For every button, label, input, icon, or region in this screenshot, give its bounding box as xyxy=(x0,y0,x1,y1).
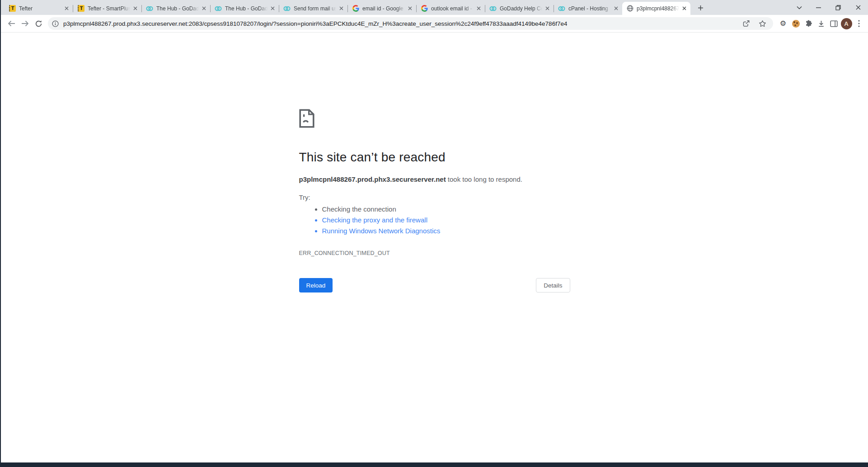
tab-label: outlook email id - O xyxy=(431,5,475,12)
godaddy-icon xyxy=(558,5,565,12)
tab-close-icon[interactable] xyxy=(406,5,413,12)
tab-email-id-google[interactable]: email id - Google S xyxy=(348,2,416,15)
details-button[interactable]: Details xyxy=(536,278,570,292)
tab-close-icon[interactable] xyxy=(269,5,276,12)
error-code: ERR_CONNECTION_TIMED_OUT xyxy=(299,250,570,256)
suggestion-list: Checking the connection Checking the pro… xyxy=(299,204,570,236)
error-host: p3plmcpnl488267.prod.phx3.secureserver.n… xyxy=(299,175,446,183)
tab-p3plmcpnl-active[interactable]: p3plmcpnl488267.p xyxy=(622,2,690,15)
suggestion-link-diagnostics[interactable]: Running Windows Network Diagnostics xyxy=(322,226,570,236)
extensions-puzzle-icon[interactable] xyxy=(802,17,815,30)
tab-cpanel-hosting[interactable]: cPanel - Hosting xyxy=(554,2,622,15)
restore-button[interactable] xyxy=(828,0,848,15)
chrome-menu-kebab-icon[interactable] xyxy=(853,17,865,30)
godaddy-icon xyxy=(489,5,497,12)
tab-godaddy-help[interactable]: GoDaddy Help Cen xyxy=(485,2,554,15)
close-window-button[interactable] xyxy=(848,0,868,15)
tab-search-chevron-icon[interactable] xyxy=(790,0,808,15)
sad-file-icon xyxy=(299,109,314,128)
error-message-text: took too long to respond. xyxy=(446,175,522,183)
godaddy-icon xyxy=(283,5,291,12)
profile-avatar[interactable]: A xyxy=(840,17,853,30)
godaddy-icon xyxy=(215,5,222,12)
google-icon xyxy=(421,5,428,12)
tab-close-icon[interactable] xyxy=(338,5,345,12)
error-message: p3plmcpnl488267.prod.phx3.secureserver.n… xyxy=(299,175,570,183)
tab-strip: T Tefter T Tefter - SmartPlus The Hub - … xyxy=(1,0,868,15)
tab-the-hub-2[interactable]: The Hub - GoDadd xyxy=(211,2,279,15)
tab-close-icon[interactable] xyxy=(131,5,139,12)
tab-tefter-smartplus[interactable]: T Tefter - SmartPlus xyxy=(73,2,141,15)
tab-close-icon[interactable] xyxy=(200,5,207,12)
suggestion-item: Checking the connection xyxy=(322,204,570,215)
cookie-extension-icon[interactable] xyxy=(789,17,802,30)
browser-toolbar: p3plmcpnl488267.prod.phx3.secureserver.n… xyxy=(1,15,868,33)
godaddy-icon xyxy=(146,5,153,12)
tefter-icon: T xyxy=(9,5,16,12)
reload-button[interactable]: Reload xyxy=(299,278,333,292)
globe-icon xyxy=(626,5,633,12)
forward-icon[interactable] xyxy=(18,17,32,30)
google-icon xyxy=(352,5,359,12)
side-panel-icon[interactable] xyxy=(827,17,840,30)
omnibox-actions xyxy=(740,17,769,30)
tab-send-form-mail[interactable]: Send form mail usi xyxy=(279,2,347,15)
tab-tefter[interactable]: T Tefter xyxy=(5,2,73,15)
error-buttons: Reload Details xyxy=(299,278,570,292)
window-controls xyxy=(790,0,868,15)
tab-label: Tefter xyxy=(19,5,63,12)
tab-label: The Hub - GoDadd xyxy=(225,5,269,12)
share-icon[interactable] xyxy=(740,17,752,30)
tab-close-icon[interactable] xyxy=(612,5,619,12)
avatar-initial: A xyxy=(841,18,852,29)
url-text: p3plmcpnl488267.prod.phx3.secureserver.n… xyxy=(63,20,567,27)
tab-close-icon[interactable] xyxy=(680,5,688,12)
tab-label: p3plmcpnl488267.p xyxy=(637,5,680,12)
taskbar-edge xyxy=(1,462,868,467)
tab-label: The Hub - GoDadd xyxy=(156,5,200,12)
minimize-button[interactable] xyxy=(808,0,828,15)
downloads-icon[interactable] xyxy=(815,17,827,30)
bookmark-star-icon[interactable] xyxy=(756,17,769,30)
suggestion-link-proxy[interactable]: Checking the proxy and the firewall xyxy=(322,215,570,226)
page-info-icon[interactable] xyxy=(50,18,61,29)
reload-icon[interactable] xyxy=(32,17,45,30)
tab-close-icon[interactable] xyxy=(63,5,70,12)
tab-the-hub-1[interactable]: The Hub - GoDadd xyxy=(142,2,210,15)
address-bar[interactable]: p3plmcpnl488267.prod.phx3.secureserver.n… xyxy=(48,17,773,30)
tab-close-icon[interactable] xyxy=(475,5,482,12)
extension-gear-icon[interactable]: ⚙ xyxy=(777,17,789,30)
back-icon[interactable] xyxy=(5,17,18,30)
tab-label: GoDaddy Help Cen xyxy=(500,5,544,12)
tab-label: Send form mail usi xyxy=(294,5,338,12)
browser-window: T Tefter T Tefter - SmartPlus The Hub - … xyxy=(0,0,868,467)
error-title: This site can’t be reached xyxy=(299,150,570,165)
tab-close-icon[interactable] xyxy=(544,5,551,12)
try-label: Try: xyxy=(299,193,570,201)
error-page: This site can’t be reached p3plmcpnl4882… xyxy=(1,33,868,462)
tab-label: cPanel - Hosting xyxy=(568,5,612,12)
tab-label: email id - Google S xyxy=(362,5,406,12)
tab-label: Tefter - SmartPlus xyxy=(88,5,131,12)
tefter-icon: T xyxy=(77,5,84,12)
tab-outlook-email-id[interactable]: outlook email id - O xyxy=(417,2,485,15)
new-tab-button[interactable] xyxy=(694,1,707,14)
